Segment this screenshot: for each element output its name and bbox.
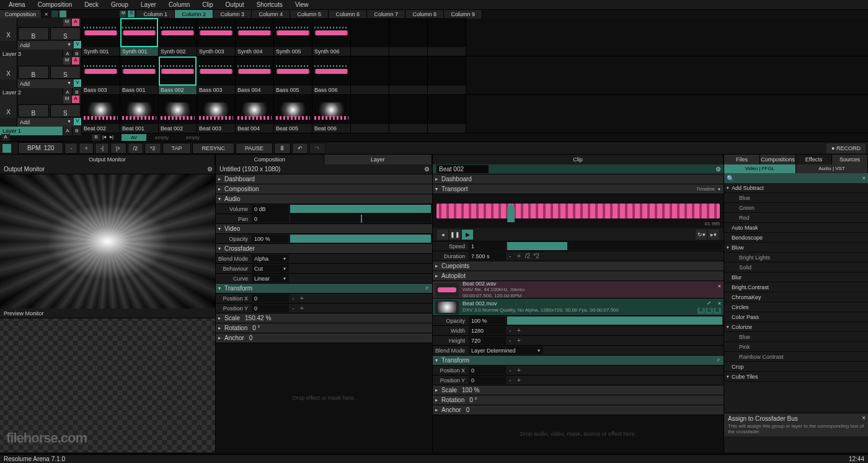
clip-drop-zone[interactable]: Drop audio, video, mask, source or effec… xyxy=(433,415,724,452)
clip-cell[interactable]: Bass 005 xyxy=(274,56,312,94)
solo-button[interactable]: S xyxy=(50,27,81,40)
gear-icon[interactable]: ⚙ xyxy=(207,166,213,173)
menu-output[interactable]: Output xyxy=(219,0,250,9)
column-header[interactable]: Column 1 xyxy=(136,10,175,19)
tap-button[interactable]: TAP xyxy=(162,143,192,154)
loop-icon[interactable]: ↻▾ xyxy=(696,230,707,240)
section-composition[interactable]: ▸Composition xyxy=(216,184,432,194)
column-header[interactable]: Column 6 xyxy=(329,10,367,19)
clip-cell[interactable]: Bass 001 xyxy=(120,56,159,94)
fx-search-input[interactable] xyxy=(737,175,862,181)
menu-arena[interactable]: Arena xyxy=(2,0,32,9)
menu-deck[interactable]: Deck xyxy=(78,0,105,9)
volume-slider[interactable] xyxy=(290,205,431,213)
clip-cell[interactable]: Beat 004 xyxy=(236,95,274,133)
record-button[interactable]: ● RECORD xyxy=(826,143,866,153)
group-b[interactable] xyxy=(60,11,66,17)
bpm-op[interactable]: -| xyxy=(95,143,109,154)
menu-column[interactable]: Column xyxy=(162,0,196,9)
menu-group[interactable]: Group xyxy=(105,0,135,9)
section-crossfader[interactable]: ▾Crossfader xyxy=(216,244,432,254)
fx-item[interactable]: Solid xyxy=(724,263,868,272)
clip-cell[interactable]: Synth 002 xyxy=(159,18,197,56)
fx-item[interactable]: Auto Mask xyxy=(724,223,868,233)
clip-cell[interactable]: Beat 002 xyxy=(82,95,120,133)
column-header[interactable]: Column 5 xyxy=(290,10,329,19)
bpm-op[interactable]: *2 xyxy=(144,143,161,154)
menu-layer[interactable]: Layer xyxy=(135,0,162,9)
add-button[interactable]: Add ▼ xyxy=(17,41,74,50)
section-transform[interactable]: ▾TransformP. xyxy=(216,284,432,294)
fx-item[interactable]: Red xyxy=(724,213,868,223)
bpm-op[interactable]: - xyxy=(64,143,78,154)
tab-composition[interactable]: Composition xyxy=(216,155,324,164)
menu-composition[interactable]: Composition xyxy=(32,0,79,9)
clip-cell[interactable]: Synth 005 xyxy=(274,18,312,56)
v-toggle[interactable]: V xyxy=(74,79,81,87)
fx-item[interactable]: Blue xyxy=(724,193,868,203)
clip-cell[interactable]: Beat 005 xyxy=(274,95,312,133)
section-dashboard[interactable]: ▸Dashboard xyxy=(216,174,432,184)
clip-cell[interactable]: Bass 006 xyxy=(312,56,351,94)
fx-item[interactable]: Blur xyxy=(724,272,868,282)
audio-clip-item[interactable]: Beat 002.wavWAV file, 44.100kHz, Stereo0… xyxy=(433,281,724,299)
clip-name[interactable]: Beat 002⚙ xyxy=(433,164,724,174)
bpm-value[interactable]: BPM 120 xyxy=(18,142,63,154)
composition-tab[interactable]: Composition xyxy=(0,10,42,19)
clip-cell[interactable]: Synth 001 xyxy=(120,18,159,56)
fx-item[interactable]: ▾Add Subtract xyxy=(724,183,868,193)
play-icon[interactable]: ▶ xyxy=(462,230,473,240)
bypass-button[interactable]: B xyxy=(18,66,49,79)
clip-anchor[interactable]: ▸Anchor0 xyxy=(433,405,724,415)
clip-cell[interactable]: Bass 004 xyxy=(236,56,274,94)
solo-button[interactable]: S xyxy=(50,104,81,117)
fx-item[interactable]: Green xyxy=(724,203,868,213)
output-monitor-tab[interactable]: Output Monitor xyxy=(0,155,215,164)
column-header[interactable]: Column 7 xyxy=(367,10,405,19)
fx-item[interactable]: Rainbow Contrast xyxy=(724,352,868,362)
playhead[interactable] xyxy=(507,204,515,222)
clip-blendmode-dd[interactable]: Layer Determined xyxy=(469,346,543,354)
undo-icon[interactable]: ↶ xyxy=(292,143,308,154)
subtab-audio[interactable]: Audio | VST xyxy=(796,164,868,173)
tab-files[interactable]: Files xyxy=(724,155,760,164)
clip-cell[interactable]: Beat 001 xyxy=(120,95,159,133)
column-header[interactable]: Column 3 xyxy=(213,10,252,19)
gear-icon[interactable]: ⚙ xyxy=(715,166,721,173)
redo-icon[interactable]: ↷ xyxy=(309,143,326,154)
menu-view[interactable]: View xyxy=(289,0,315,9)
fx-item[interactable]: ▾Colorize xyxy=(724,322,868,332)
clip-cuepoints[interactable]: ▸Cuepoints xyxy=(433,261,724,271)
clip-transform[interactable]: ▾TransformP. xyxy=(433,356,724,366)
video-clip-item[interactable]: Beat 002.movDXV 3.0 Normal Quality, No A… xyxy=(433,299,724,316)
fx-item[interactable]: Bright.Contrast xyxy=(724,282,868,292)
clip-scale[interactable]: ▸Scale100 % xyxy=(433,385,724,395)
clip-dashboard[interactable]: ▸Dashboard xyxy=(433,174,724,184)
resync-button[interactable]: RESYNC xyxy=(192,143,234,154)
column-header[interactable]: Column 8 xyxy=(405,10,444,19)
clip-cell[interactable]: Beat 006 xyxy=(312,95,351,133)
fx-item[interactable]: Bendoscope xyxy=(724,233,868,243)
fx-item[interactable]: Blue xyxy=(724,332,868,342)
layer-close[interactable]: X xyxy=(0,27,17,41)
av-mode[interactable]: AV xyxy=(122,134,146,141)
bpm-op[interactable]: /2 xyxy=(128,143,144,154)
close-icon[interactable]: × xyxy=(718,300,721,307)
clip-opacity-slider[interactable] xyxy=(507,317,722,325)
tab-layer[interactable]: Layer xyxy=(324,155,433,164)
v-toggle[interactable]: V xyxy=(74,118,81,125)
curve-dd[interactable]: Linear xyxy=(252,274,289,282)
clip-cell-empty[interactable] xyxy=(351,56,389,94)
comp-drop-zone[interactable]: Drop effect or mask here. xyxy=(216,343,432,452)
clip-cell[interactable]: Synth 004 xyxy=(236,18,274,56)
bpm-op[interactable]: |+ xyxy=(110,143,126,154)
add-button[interactable]: Add ▼ xyxy=(17,79,74,88)
clip-cell[interactable]: Bass 003 xyxy=(197,56,236,94)
layer-close[interactable]: X xyxy=(0,104,17,118)
clip-cell-empty[interactable] xyxy=(389,18,428,56)
clip-cell[interactable]: Synth 001 xyxy=(82,18,120,56)
gear-icon[interactable]: ⚙ xyxy=(424,166,430,173)
v-toggle[interactable]: V xyxy=(74,41,81,48)
tab-effects[interactable]: Effects xyxy=(796,155,832,164)
clip-rotation[interactable]: ▸Rotation0 ° xyxy=(433,395,724,405)
